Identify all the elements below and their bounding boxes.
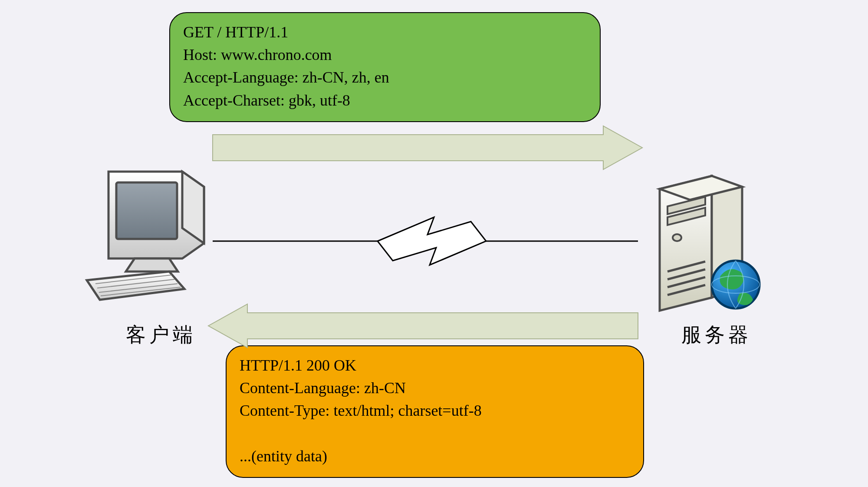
request-line-1: GET / HTTP/1.1 bbox=[183, 23, 288, 41]
client-label: 客户端 bbox=[126, 321, 196, 348]
globe-icon bbox=[712, 261, 760, 308]
response-line-5: ...(entity data) bbox=[240, 447, 327, 465]
http-response-box: HTTP/1.1 200 OK Content-Language: zh-CN … bbox=[226, 345, 644, 478]
svg-point-19 bbox=[673, 234, 681, 241]
request-line-3: Accept-Language: zh-CN, zh, en bbox=[183, 69, 389, 86]
request-line-2: Host: www.chrono.com bbox=[183, 46, 332, 63]
svg-marker-4 bbox=[378, 217, 486, 265]
svg-marker-8 bbox=[126, 258, 178, 272]
client-computer-icon bbox=[82, 163, 213, 308]
svg-rect-7 bbox=[116, 182, 177, 239]
response-line-1: HTTP/1.1 200 OK bbox=[240, 357, 356, 374]
server-label: 服务器 bbox=[681, 321, 752, 348]
request-line-4: Accept-Charset: gbk, utf-8 bbox=[183, 92, 350, 109]
http-request-box: GET / HTTP/1.1 Host: www.chrono.com Acce… bbox=[169, 12, 601, 122]
response-line-2: Content-Language: zh-CN bbox=[240, 379, 406, 397]
arrow-request-icon bbox=[213, 126, 642, 169]
arrow-response-icon bbox=[208, 304, 638, 348]
connection-bolt-icon bbox=[213, 217, 638, 265]
server-tower-icon bbox=[647, 159, 773, 317]
svg-marker-1 bbox=[208, 304, 638, 348]
response-line-3: Content-Type: text/html; charset=utf-8 bbox=[240, 402, 482, 419]
svg-marker-0 bbox=[213, 126, 642, 169]
